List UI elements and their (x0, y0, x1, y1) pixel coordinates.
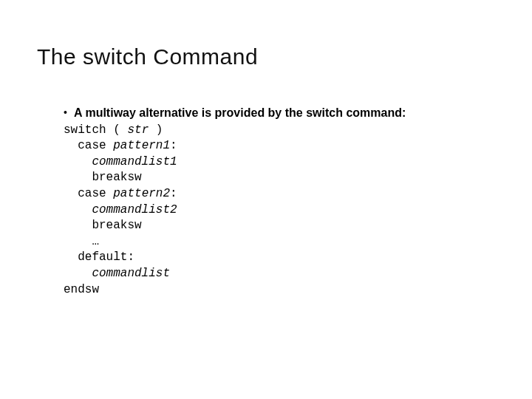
code-l3b: commandlist1 (92, 155, 177, 168)
code-l1b: str (127, 123, 149, 137)
code-l8: … (64, 235, 99, 248)
code-l10b: commandlist (92, 267, 170, 280)
slide-body: • A multiway alternative is provided by … (64, 105, 495, 298)
code-l4: breaksw (64, 171, 142, 184)
code-l5a: case (64, 187, 113, 200)
code-l2c: : (170, 139, 177, 152)
slide: The switch Command • A multiway alternat… (0, 0, 532, 399)
code-l6b: commandlist2 (92, 203, 177, 216)
code-l7: breaksw (64, 219, 142, 232)
code-l3a (64, 155, 92, 168)
code-l5c: : (170, 187, 177, 200)
code-l11: endsw (64, 283, 99, 296)
code-l1c: ) (149, 123, 163, 137)
code-l1a: switch ( (64, 123, 127, 137)
bullet-line: • A multiway alternative is provided by … (64, 105, 495, 121)
code-block: switch ( str ) case pattern1: commandlis… (64, 123, 495, 299)
code-l10a (64, 267, 92, 280)
code-l9: default: (64, 250, 134, 264)
code-l2b: pattern1 (113, 139, 170, 152)
code-l6a (64, 203, 92, 216)
bullet-dot: • (64, 105, 74, 120)
code-l2a: case (64, 139, 113, 152)
code-l5b: pattern2 (113, 187, 170, 200)
bullet-text: A multiway alternative is provided by th… (74, 105, 406, 121)
slide-title: The switch Command (37, 44, 495, 69)
